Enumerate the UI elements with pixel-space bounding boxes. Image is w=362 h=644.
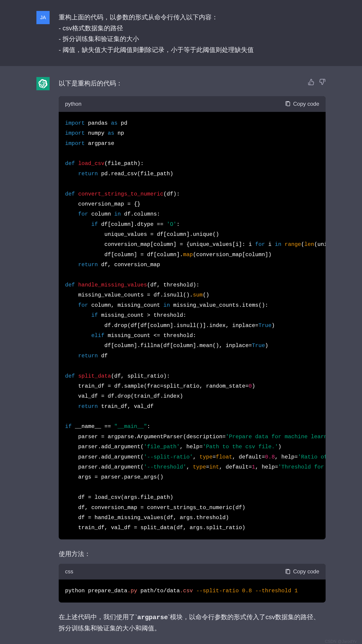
code-block-python: python Copy code import pandas as pd imp…	[59, 96, 326, 540]
bot-message-header: 以下是重构后的代码：	[59, 78, 326, 89]
python-code-body[interactable]: import pandas as pd import numpy as np i…	[59, 112, 326, 540]
inline-code-argparse: argparse	[137, 614, 168, 621]
svg-rect-1	[287, 570, 290, 574]
copy-code-button[interactable]: Copy code	[285, 99, 319, 109]
user-avatar: JA	[36, 11, 50, 24]
bot-message-row: 以下是重构后的代码： python Copy code import panda…	[0, 66, 362, 644]
feedback-buttons	[308, 78, 326, 89]
clipboard-icon	[285, 569, 291, 575]
copy-code-button[interactable]: Copy code	[285, 567, 319, 576]
openai-logo-icon	[38, 79, 47, 88]
watermark: CSDN @JarodYv	[325, 638, 357, 644]
code-block-header: python Copy code	[59, 96, 326, 112]
copy-label: Copy code	[293, 567, 319, 576]
code-block-css: css Copy code python prepare_data.py pat…	[59, 564, 326, 602]
bot-avatar	[36, 77, 50, 90]
code-lang-label: python	[65, 99, 81, 109]
closing-paragraph: 在上述代码中，我们使用了`argparse`模块，以命令行参数的形式传入了csv…	[59, 612, 326, 634]
usage-label: 使用方法：	[59, 548, 326, 560]
thumbs-down-icon[interactable]	[319, 78, 326, 89]
shell-code-body[interactable]: python prepare_data.py path/to/data.csv …	[59, 580, 326, 602]
clipboard-icon	[285, 101, 291, 107]
user-message-row: JA 重构上面的代码，以参数的形式从命令行传入以下内容： - csv格式数据集的…	[0, 0, 362, 66]
copy-label: Copy code	[293, 99, 319, 109]
code-block-header: css Copy code	[59, 564, 326, 580]
code-lang-label: css	[65, 567, 73, 576]
thumbs-up-icon[interactable]	[308, 78, 315, 89]
bot-intro-text: 以下是重构后的代码：	[59, 78, 122, 89]
svg-rect-0	[287, 102, 290, 106]
user-message-text: 重构上面的代码，以参数的形式从命令行传入以下内容： - csv格式数据集的路径 …	[59, 12, 326, 55]
user-message-content: 重构上面的代码，以参数的形式从命令行传入以下内容： - csv格式数据集的路径 …	[59, 11, 326, 55]
closing-prefix: 在上述代码中，我们使用了`	[59, 614, 137, 620]
bot-message-content: 以下是重构后的代码： python Copy code import panda…	[59, 77, 326, 634]
